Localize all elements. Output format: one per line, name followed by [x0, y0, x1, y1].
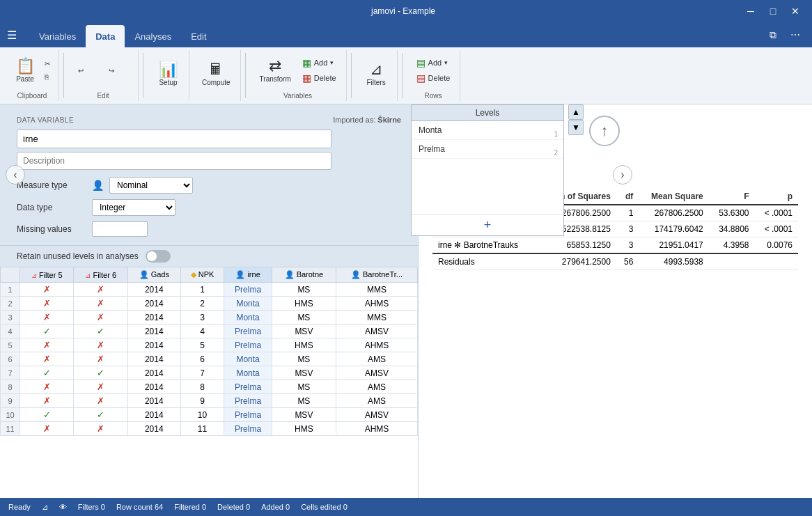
table-row: 6 ✗ ✗ 2014 6 Monta MS AMS [1, 352, 418, 366]
level-item[interactable]: Monta 1 [412, 121, 563, 140]
row-num: 8 [1, 380, 20, 394]
filter6-cell: ✗ [74, 338, 127, 352]
barotnetr-cell: MMS [336, 311, 417, 325]
variable-editor: DATA VARIABLE Imported as: Škirne Measur… [0, 104, 418, 246]
hamburger-menu[interactable]: ☰ [0, 24, 24, 46]
tab-variables[interactable]: Variables [29, 25, 86, 47]
col-header-npk[interactable]: ◆ NPK [180, 267, 224, 283]
anova-p: < .0001 [755, 221, 798, 237]
nav-left-arrow[interactable]: ‹ [6, 165, 25, 185]
barotnetr-cell: MMS [336, 283, 417, 297]
gads-cell: 2014 [127, 352, 180, 366]
variable-name-input[interactable] [17, 130, 331, 148]
delete-var-button[interactable]: ▦ Delete [298, 71, 341, 85]
col-header-filter6[interactable]: ⊿ Filter 6 [74, 267, 127, 283]
anova-df: 56 [616, 253, 639, 270]
undo-button[interactable]: ↩ [74, 64, 102, 77]
npk-cell: 2 [180, 297, 224, 311]
edit-label: Edit [97, 92, 109, 101]
col-header-barotne[interactable]: 👤 Barotne [272, 267, 336, 283]
anova-df: 1 [616, 205, 639, 221]
missing-values-input[interactable] [92, 221, 148, 237]
restore-button[interactable]: ⧉ [765, 26, 781, 43]
data-type-row: Data type Integer Decimal Text [17, 199, 401, 216]
levels-list: Monta 1 Prelma 2 [412, 121, 563, 214]
add-level-button[interactable]: + [412, 214, 563, 235]
table-row: 3 ✗ ✗ 2014 3 Monta MS MMS [1, 311, 418, 325]
filter6-cell: ✗ [74, 283, 127, 297]
filter5-cell: ✗ [20, 422, 74, 436]
anova-row: irne ✻ BarotneTrauks 65853.1250 3 21951.… [432, 237, 798, 254]
variable-description-input[interactable] [17, 152, 331, 170]
filter5-cell: ✗ [20, 338, 74, 352]
sep3 [245, 53, 246, 98]
upload-icon-button[interactable]: ↑ [589, 116, 620, 146]
delete-row-button[interactable]: ▤ Delete [412, 71, 455, 85]
data-variable-label: DATA VARIABLE [17, 116, 74, 124]
irne-cell: Monta [224, 352, 272, 366]
filter5-cell: ✗ [20, 311, 74, 325]
irne-cell: Prelma [224, 283, 272, 297]
row-num: 6 [1, 352, 20, 366]
paste-button[interactable]: 📋 Paste [11, 56, 39, 86]
missing-values-row: Missing values [17, 221, 401, 237]
level-down-arrow[interactable]: ▼ [568, 120, 584, 135]
sep2 [143, 53, 143, 98]
ribbon-tabs: Variables Data Analyses Edit [24, 22, 222, 47]
npk-cell: 1 [180, 283, 224, 297]
anova-f: 34.8806 [709, 221, 755, 237]
status-filters: Filters 0 [78, 503, 105, 511]
level-up-arrow[interactable]: ▲ [568, 104, 584, 120]
filter6-cell: ✗ [74, 380, 127, 394]
close-button[interactable]: ✕ [787, 3, 804, 19]
nav-right-arrow[interactable]: › [613, 165, 632, 185]
setup-button[interactable]: 📊 Setup [155, 59, 182, 89]
maximize-button[interactable]: □ [765, 3, 781, 19]
gads-cell: 2014 [127, 297, 180, 311]
spreadsheet: ⊿ Filter 5 ⊿ Filter 6 👤 Gads ◆ NPK 👤 i [0, 267, 418, 516]
level-item[interactable]: Prelma 2 [412, 140, 563, 159]
gads-cell: 2014 [127, 325, 180, 338]
copy-button[interactable]: ⎘ [42, 71, 53, 83]
tab-data[interactable]: Data [86, 25, 125, 47]
minimize-button[interactable]: ─ [742, 3, 759, 19]
filter5-cell: ✗ [20, 283, 74, 297]
barotne-cell: MS [272, 352, 336, 366]
gads-cell: 2014 [127, 394, 180, 408]
col-header-gads[interactable]: 👤 Gads [127, 267, 180, 283]
redo-button[interactable]: ↪ [104, 64, 132, 77]
status-bar: Ready ⊿ 👁 Filters 0 Row count 64 Filtere… [0, 498, 812, 516]
filter5-cell: ✗ [20, 380, 74, 394]
gads-cell: 2014 [127, 311, 180, 325]
npk-cell: 11 [180, 422, 224, 436]
tab-analyses[interactable]: Analyses [125, 25, 181, 47]
add-row-button[interactable]: ▤ Add ▾ [412, 56, 455, 70]
row-num: 3 [1, 311, 20, 325]
measure-type-select[interactable]: Nominal Ordinal Continuous ID [109, 177, 193, 194]
filter6-cell: ✗ [74, 394, 127, 408]
npk-cell: 5 [180, 338, 224, 352]
gads-cell: 2014 [127, 366, 180, 380]
levels-header: Levels [412, 105, 563, 121]
filters-button[interactable]: ⊿ Filters [362, 59, 390, 89]
compute-button[interactable]: 🖩 Compute [198, 59, 235, 89]
filter6-cell: ✗ [74, 422, 127, 436]
col-header-filter5[interactable]: ⊿ Filter 5 [20, 267, 74, 283]
row-num-header [1, 267, 20, 283]
barotne-cell: MS [272, 311, 336, 325]
irne-cell: Prelma [224, 422, 272, 436]
col-header-irne[interactable]: 👤 irne [224, 267, 272, 283]
data-type-select[interactable]: Integer Decimal Text [92, 199, 175, 216]
ribbon-more-button[interactable]: ⋯ [787, 26, 804, 43]
filter6-cell: ✗ [74, 297, 127, 311]
tab-edit[interactable]: Edit [181, 25, 216, 47]
transform-button[interactable]: ⇄ Transform [256, 56, 295, 86]
barotnetr-cell: AMSV [336, 366, 417, 380]
col-header-barotnetr[interactable]: 👤 BarotneTr... [336, 267, 417, 283]
add-var-button[interactable]: ▦ Add ▾ [298, 56, 341, 70]
cut-button[interactable]: ✂ [42, 58, 53, 70]
barotne-cell: MS [272, 283, 336, 297]
retain-toggle[interactable] [146, 250, 171, 263]
status-ready: Ready [8, 503, 31, 511]
row-num: 7 [1, 366, 20, 380]
